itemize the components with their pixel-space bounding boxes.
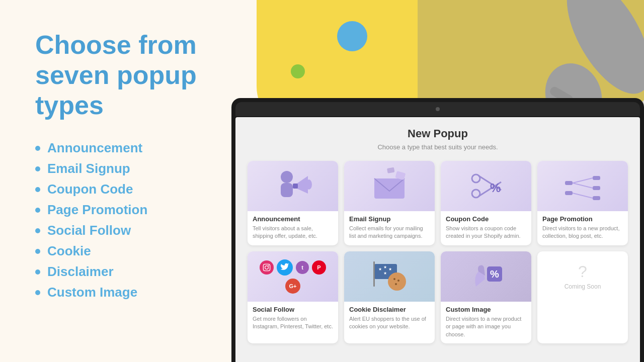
svg-point-37 xyxy=(388,273,406,291)
popup-card-announcement[interactable]: Announcement Tell visitors about a sale,… xyxy=(248,161,338,245)
svg-text:%: % xyxy=(490,268,499,280)
svg-rect-36 xyxy=(373,261,375,287)
popup-grid: Announcement Tell visitors about a sale,… xyxy=(248,161,628,343)
card-name-page-promotion: Page Promotion xyxy=(542,215,623,223)
popup-title: New Popup xyxy=(248,127,628,140)
tumblr-icon: t xyxy=(296,261,309,274)
card-image-announcement xyxy=(248,161,338,211)
popup-card-coupon[interactable]: % Coupon Code Show visitors a coupon cod… xyxy=(441,161,531,245)
list-item: Coupon Code xyxy=(35,182,206,197)
svg-rect-10 xyxy=(293,184,298,189)
svg-point-29 xyxy=(265,265,269,269)
list-item: Disclaimer xyxy=(35,264,206,280)
svg-text:★: ★ xyxy=(378,267,382,272)
svg-rect-14 xyxy=(387,167,395,173)
svg-rect-22 xyxy=(593,176,600,180)
popup-card-page-promotion[interactable]: Page Promotion Direct visitors to a new … xyxy=(537,161,628,245)
popup-card-custom-image[interactable]: % Custom Image Direct visitors to a new … xyxy=(441,251,531,343)
instagram-icon xyxy=(260,260,274,275)
blue-dot-decoration xyxy=(337,21,367,51)
svg-rect-21 xyxy=(565,191,573,195)
card-body-social: Social Follow Get more followers on Inst… xyxy=(248,302,338,336)
laptop-notch-bar xyxy=(235,102,640,116)
question-icon: ? xyxy=(578,262,587,281)
popup-card-cookie[interactable]: ★ ★ ★ ★ xyxy=(344,251,435,343)
card-body-coming-soon xyxy=(537,302,628,313)
list-item: Announcement xyxy=(35,140,206,156)
card-image-cookie: ★ ★ ★ ★ xyxy=(344,251,435,302)
svg-point-30 xyxy=(268,265,269,266)
card-image-social: t P G+ xyxy=(248,251,338,302)
svg-point-40 xyxy=(395,283,397,285)
card-image-page-promotion xyxy=(537,161,628,211)
list-item: Social Follow xyxy=(35,223,206,238)
main-heading: Choose from seven popup types xyxy=(35,30,206,120)
svg-rect-12 xyxy=(374,178,405,199)
bullet-dot xyxy=(35,269,40,275)
bullet-dot xyxy=(35,187,40,192)
card-name-social: Social Follow xyxy=(253,306,333,313)
card-desc-social: Get more followers on Instagram, Pintere… xyxy=(253,315,333,331)
svg-point-38 xyxy=(393,278,395,280)
card-body-page-promotion: Page Promotion Direct visitors to a new … xyxy=(537,211,628,245)
card-name-announcement: Announcement xyxy=(253,215,333,223)
svg-line-27 xyxy=(573,193,593,198)
svg-text:%: % xyxy=(490,181,501,195)
card-name-coupon: Coupon Code xyxy=(446,215,526,223)
svg-line-25 xyxy=(573,178,593,183)
pinterest-icon: P xyxy=(312,260,326,275)
list-item: Email Signup xyxy=(35,161,206,176)
laptop-camera xyxy=(436,107,440,111)
bullet-dot xyxy=(35,146,40,151)
list-item: Custom Image xyxy=(35,285,206,300)
coming-soon-box: ? Coming Soon xyxy=(537,251,628,302)
bullet-dot xyxy=(35,228,40,233)
bullet-dot xyxy=(35,166,40,171)
card-name-email: Email Signup xyxy=(349,215,430,223)
list-item: Page Promotion xyxy=(35,202,206,218)
gplus-icon: G+ xyxy=(285,279,300,294)
svg-rect-9 xyxy=(281,183,293,197)
card-body-coupon: Coupon Code Show visitors a coupon code … xyxy=(441,211,531,245)
bullet-dot xyxy=(35,208,40,213)
card-desc-custom: Direct visitors to a new product or page… xyxy=(446,315,526,338)
svg-text:★: ★ xyxy=(388,267,392,272)
popup-card-social[interactable]: t P G+ Social Follow Get more followers … xyxy=(248,251,338,343)
card-name-cookie: Cookie Disclaimer xyxy=(349,306,430,313)
card-desc-cookie: Alert EU shoppers to the use of cookies … xyxy=(349,315,430,331)
card-body-custom: Custom Image Direct visitors to a new pr… xyxy=(441,302,531,343)
svg-point-16 xyxy=(472,190,480,198)
twitter-icon xyxy=(277,259,293,276)
svg-point-8 xyxy=(281,171,293,183)
svg-rect-20 xyxy=(565,181,573,185)
svg-rect-23 xyxy=(593,186,600,190)
popup-subtitle: Choose a type that best suits your needs… xyxy=(248,143,628,151)
laptop-container: New Popup Choose a type that best suits … xyxy=(231,98,644,362)
green-dot-decoration xyxy=(291,64,305,78)
svg-point-39 xyxy=(397,280,399,282)
svg-point-11 xyxy=(306,179,312,190)
card-body-cookie: Cookie Disclaimer Alert EU shoppers to t… xyxy=(344,302,435,336)
card-image-custom: % xyxy=(441,251,531,302)
bullet-dot xyxy=(35,290,40,295)
popup-card-coming-soon: ? Coming Soon xyxy=(537,251,628,343)
feature-list: Announcement Email Signup Coupon Code Pa… xyxy=(35,140,206,300)
left-panel: Choose from seven popup types Announceme… xyxy=(0,0,231,362)
popup-card-email[interactable]: Email Signup Collect emails for your mai… xyxy=(344,161,435,245)
svg-rect-28 xyxy=(263,264,270,270)
svg-rect-24 xyxy=(593,196,600,200)
card-image-coupon: % xyxy=(441,161,531,211)
coming-soon-label: Coming Soon xyxy=(565,283,601,290)
svg-point-15 xyxy=(472,174,480,183)
list-item: Cookie xyxy=(35,243,206,259)
card-desc-coupon: Show visitors a coupon code created in y… xyxy=(446,225,526,240)
laptop-content: New Popup Choose a type that best suits … xyxy=(235,117,640,362)
card-body-announcement: Announcement Tell visitors about a sale,… xyxy=(248,211,338,245)
svg-text:★: ★ xyxy=(383,265,387,269)
laptop-screen: New Popup Choose a type that best suits … xyxy=(231,98,644,362)
svg-line-26 xyxy=(573,183,593,188)
svg-text:★: ★ xyxy=(383,271,387,276)
card-name-custom: Custom Image xyxy=(446,306,526,313)
bullet-dot xyxy=(35,249,40,254)
card-desc-email: Collect emails for your mailing list and… xyxy=(349,225,430,240)
